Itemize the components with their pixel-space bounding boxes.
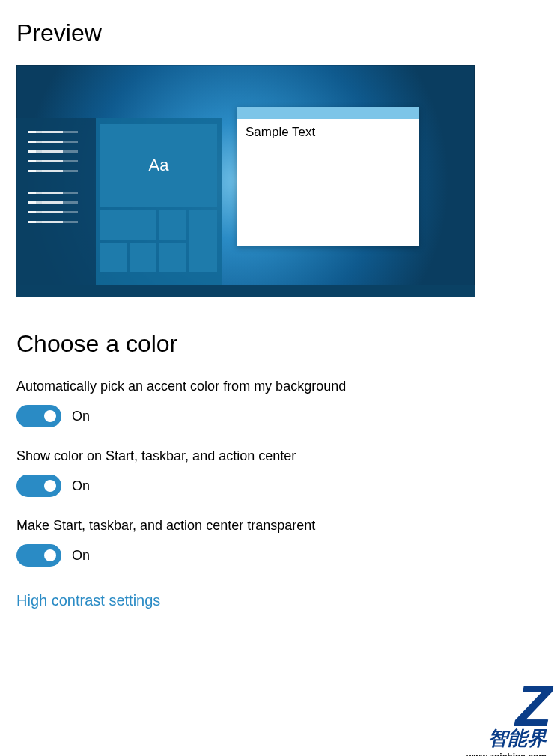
sample-window: Sample Text: [237, 107, 419, 246]
control-label: Show color on Start, taskbar, and action…: [16, 448, 538, 464]
watermark-logo-icon: Z: [466, 686, 547, 727]
start-menu-list: [16, 118, 96, 285]
sample-window-titlebar: [237, 107, 419, 119]
start-menu-tiles: Aa: [96, 118, 222, 285]
control-auto-accent: Automatically pick an accent color from …: [16, 379, 538, 427]
toggle-show-color[interactable]: [16, 475, 61, 497]
control-show-color: Show color on Start, taskbar, and action…: [16, 448, 538, 497]
watermark-url: www.znjchina.com: [466, 752, 547, 756]
toggle-auto-accent[interactable]: [16, 405, 61, 427]
watermark-title: 智能界: [466, 725, 547, 752]
sample-window-text: Sample Text: [237, 119, 419, 146]
section-title-choose-color: Choose a color: [16, 330, 538, 358]
control-label: Make Start, taskbar, and action center t…: [16, 518, 538, 534]
taskbar-mock: [16, 285, 475, 297]
toggle-state: On: [72, 409, 90, 424]
start-menu-mock: Aa: [16, 118, 222, 285]
toggle-state: On: [72, 548, 90, 564]
control-transparent: Make Start, taskbar, and action center t…: [16, 518, 538, 567]
control-label: Automatically pick an accent color from …: [16, 379, 538, 394]
font-tile: Aa: [100, 124, 217, 207]
toggle-state: On: [72, 478, 90, 494]
preview-image: Aa Sample Text: [16, 65, 475, 297]
link-high-contrast[interactable]: High contrast settings: [16, 592, 160, 609]
watermark: Z 智能界 www.znjchina.com: [466, 686, 547, 756]
section-title-preview: Preview: [16, 19, 538, 47]
toggle-transparent[interactable]: [16, 544, 61, 567]
